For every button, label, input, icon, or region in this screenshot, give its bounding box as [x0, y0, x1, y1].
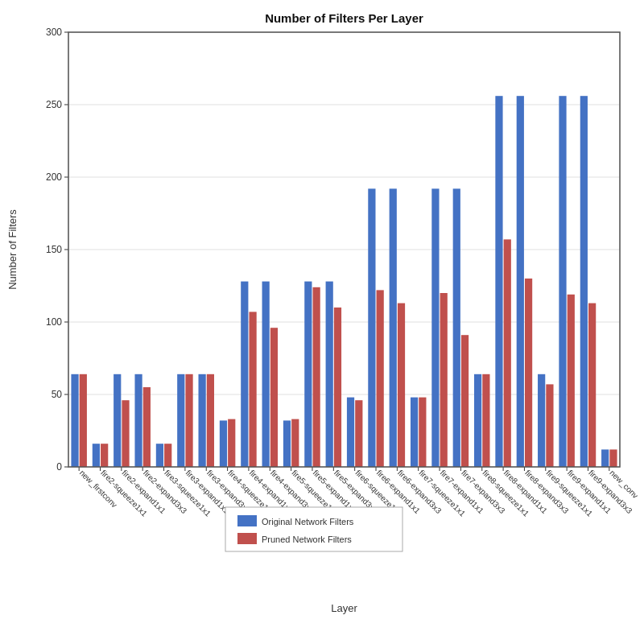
svg-rect-43	[177, 374, 184, 467]
chart-container: 050100150200250300new_firstconvfire2-squ…	[0, 0, 644, 644]
svg-rect-23	[71, 374, 78, 467]
svg-rect-131	[225, 507, 402, 551]
svg-rect-40	[164, 444, 171, 467]
svg-rect-35	[134, 374, 142, 467]
svg-rect-103	[495, 96, 502, 467]
svg-rect-55	[241, 282, 248, 467]
svg-text:100: 100	[46, 316, 62, 328]
svg-rect-134	[237, 533, 257, 544]
svg-rect-67	[304, 282, 312, 467]
svg-rect-71	[326, 282, 333, 467]
svg-rect-95	[453, 188, 460, 467]
svg-rect-68	[313, 287, 320, 467]
svg-rect-47	[199, 374, 206, 467]
svg-rect-108	[525, 279, 532, 467]
svg-rect-52	[228, 419, 235, 467]
svg-rect-84	[398, 303, 405, 467]
svg-rect-115	[559, 96, 566, 467]
svg-rect-79	[368, 188, 375, 467]
svg-text:Number of Filters: Number of Filters	[6, 209, 19, 290]
svg-text:250: 250	[46, 99, 62, 110]
svg-rect-83	[390, 188, 397, 467]
svg-rect-59	[262, 282, 270, 467]
svg-text:0: 0	[56, 461, 62, 473]
svg-text:50: 50	[52, 389, 63, 400]
svg-rect-48	[207, 374, 214, 467]
svg-rect-123	[601, 449, 609, 467]
svg-rect-72	[334, 308, 341, 467]
bar-chart: 050100150200250300new_firstconvfire2-squ…	[0, 0, 644, 644]
svg-rect-96	[461, 335, 469, 467]
svg-rect-124	[609, 449, 617, 467]
svg-text:Layer: Layer	[331, 602, 357, 614]
svg-rect-44	[185, 374, 192, 467]
svg-rect-104	[504, 239, 511, 467]
svg-rect-75	[347, 398, 354, 467]
svg-text:150: 150	[46, 244, 62, 255]
svg-rect-63	[283, 420, 291, 467]
svg-rect-112	[546, 384, 553, 467]
svg-rect-32	[122, 400, 129, 467]
svg-rect-91	[431, 188, 439, 467]
svg-rect-119	[580, 96, 588, 467]
svg-rect-116	[568, 295, 575, 467]
svg-rect-39	[156, 444, 163, 467]
svg-rect-56	[249, 312, 256, 467]
svg-rect-64	[291, 419, 299, 467]
svg-rect-120	[588, 303, 596, 467]
svg-text:200: 200	[46, 171, 62, 183]
svg-rect-24	[80, 374, 87, 467]
svg-rect-80	[377, 290, 384, 467]
svg-rect-132	[237, 515, 257, 526]
svg-text:300: 300	[46, 27, 62, 38]
svg-text:Number of Filters Per Layer: Number of Filters Per Layer	[265, 11, 423, 25]
svg-rect-107	[517, 96, 524, 467]
svg-rect-76	[355, 400, 362, 467]
svg-rect-87	[411, 398, 418, 467]
svg-text:Pruned Network Filters: Pruned Network Filters	[262, 535, 352, 544]
svg-rect-36	[143, 387, 151, 467]
svg-rect-31	[114, 374, 121, 467]
svg-rect-92	[440, 293, 448, 467]
svg-rect-27	[93, 444, 100, 467]
svg-rect-99	[474, 374, 481, 467]
svg-rect-111	[538, 374, 545, 467]
svg-rect-51	[220, 420, 227, 467]
svg-rect-100	[482, 374, 489, 467]
svg-rect-88	[419, 398, 426, 467]
svg-rect-60	[270, 328, 278, 467]
svg-text:Original Network Filters: Original Network Filters	[262, 517, 354, 526]
svg-rect-28	[101, 444, 108, 467]
